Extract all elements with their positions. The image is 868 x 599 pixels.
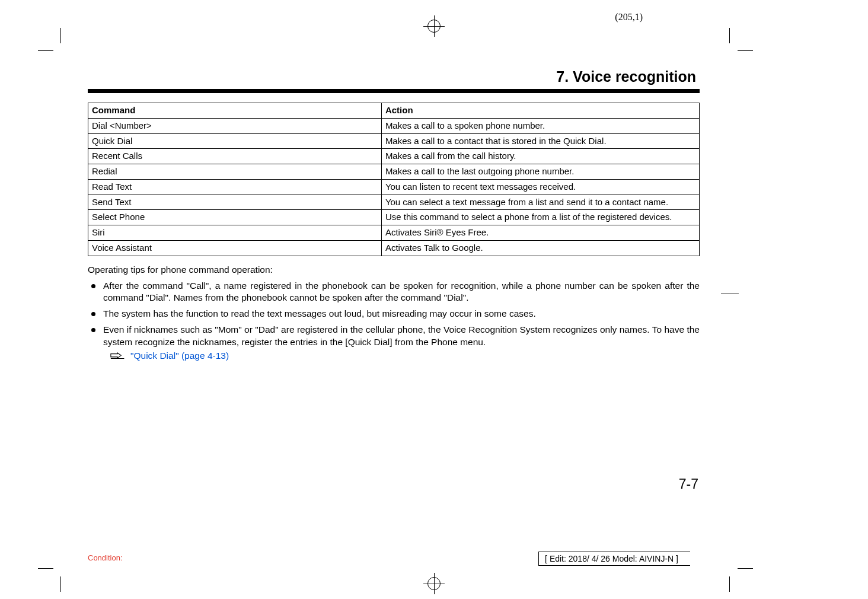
command-cell: Recent Calls — [88, 149, 382, 164]
command-cell: Redial — [88, 164, 382, 180]
page-content: 7. Voice recognition Command Action Dial… — [88, 68, 700, 366]
command-cell: Read Text — [88, 179, 382, 195]
list-item: After the command "Call", a name registe… — [103, 280, 700, 305]
crop-mark-icon — [722, 43, 738, 59]
table-row: Dial <Number> Makes a call to a spoken p… — [88, 118, 700, 133]
crop-mark-icon — [53, 561, 69, 576]
cross-reference: "Quick Dial" (page 4-13) — [110, 350, 700, 362]
cross-reference-link[interactable]: "Quick Dial" (page 4-13) — [130, 350, 229, 362]
crop-mark-icon — [53, 43, 69, 59]
command-cell: Send Text — [88, 195, 382, 210]
action-cell: Use this command to select a phone from … — [381, 210, 699, 225]
table-row: Send Text You can select a text message … — [88, 195, 700, 210]
command-table: Command Action Dial <Number> Makes a cal… — [88, 103, 700, 256]
table-header-row: Command Action — [88, 103, 700, 119]
action-cell: You can listen to recent text messages r… — [381, 179, 699, 195]
command-cell: Dial <Number> — [88, 118, 382, 133]
action-cell: Makes a call to a spoken phone number. — [381, 118, 699, 133]
table-row: Quick Dial Makes a call to a contact tha… — [88, 133, 700, 149]
tips-list: After the command "Call", a name registe… — [88, 280, 700, 363]
list-item-text: Even if nicknames such as "Mom" or "Dad"… — [103, 324, 700, 347]
action-cell: Activates Talk to Google. — [381, 240, 699, 256]
command-cell: Voice Assistant — [88, 240, 382, 256]
tips-heading: Operating tips for phone command operati… — [88, 265, 700, 275]
command-cell: Quick Dial — [88, 133, 382, 149]
table-header-command: Command — [88, 103, 382, 119]
table-row: Voice Assistant Activates Talk to Google… — [88, 240, 700, 256]
list-item: Even if nicknames such as "Mom" or "Dad"… — [103, 324, 700, 362]
action-cell: Makes a call to the last outgoing phone … — [381, 164, 699, 180]
reference-hand-icon — [110, 352, 126, 361]
action-cell: Activates Siri® Eyes Free. — [381, 225, 699, 241]
table-row: Siri Activates Siri® Eyes Free. — [88, 225, 700, 241]
command-cell: Siri — [88, 225, 382, 241]
page-number: 7-7 — [679, 476, 698, 492]
list-item: The system has the function to read the … — [103, 308, 700, 320]
condition-label: Condition: — [88, 553, 123, 562]
action-cell: You can select a text message from a lis… — [381, 195, 699, 210]
command-cell: Select Phone — [88, 210, 382, 225]
signature-page-coord: (205,1) — [615, 12, 643, 23]
crop-mark-icon — [722, 561, 738, 576]
table-header-action: Action — [381, 103, 699, 119]
registration-mark-icon — [423, 573, 445, 594]
crop-mark-icon — [721, 294, 739, 294]
registration-mark-icon — [423, 15, 445, 37]
table-row: Recent Calls Makes a call from the call … — [88, 149, 700, 164]
table-row: Read Text You can listen to recent text … — [88, 179, 700, 195]
action-cell: Makes a call to a contact that is stored… — [381, 133, 699, 149]
action-cell: Makes a call from the call history. — [381, 149, 699, 164]
section-heading: 7. Voice recognition — [88, 68, 700, 85]
edit-info-box: [ Edit: 2018/ 4/ 26 Model: AIVINJ-N ] — [538, 552, 690, 566]
table-row: Redial Makes a call to the last outgoing… — [88, 164, 700, 180]
table-row: Select Phone Use this command to select … — [88, 210, 700, 225]
heading-rule — [88, 89, 700, 93]
